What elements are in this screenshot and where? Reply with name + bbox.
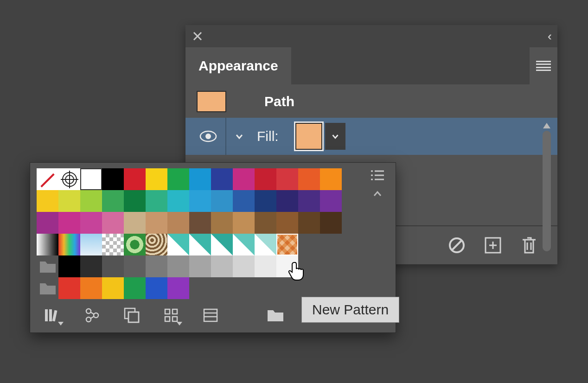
swatch-gradient-bw[interactable]: [37, 234, 58, 255]
scroll-thumb[interactable]: [543, 131, 551, 251]
swatch-b-blue[interactable]: [146, 277, 167, 299]
no-icon[interactable]: [447, 236, 467, 255]
swatch-green-dark[interactable]: [124, 190, 146, 212]
visibility-toggle-icon[interactable]: [196, 124, 221, 149]
swatch-indigo[interactable]: [276, 190, 298, 212]
svg-point-10: [86, 317, 91, 322]
swatch-none[interactable]: [37, 168, 58, 190]
fill-swatch-control[interactable]: [295, 123, 345, 150]
swatch-teal[interactable]: [146, 190, 167, 212]
swatch-cmyk-cyan[interactable]: [189, 168, 211, 190]
swatch-yellow-2[interactable]: [37, 190, 58, 212]
swatch-brown-1[interactable]: [189, 212, 211, 234]
swatch-pink[interactable]: [58, 212, 80, 234]
swatch-gray-60[interactable]: [146, 255, 167, 277]
swatch-cmyk-magenta[interactable]: [233, 168, 255, 190]
swatch-gray-20[interactable]: [233, 255, 255, 277]
disclosure-icon[interactable]: [231, 128, 248, 145]
swatch-gradient-rainbow[interactable]: [58, 234, 80, 255]
swatch-brown-2[interactable]: [211, 212, 233, 234]
swatch-pink-2[interactable]: [102, 212, 124, 234]
swatch-magenta-2[interactable]: [37, 212, 58, 234]
scroll-up-icon[interactable]: [542, 121, 552, 131]
swatch-b-green[interactable]: [124, 277, 146, 299]
swatch-row: [37, 255, 366, 277]
swatch-gray-30[interactable]: [211, 255, 233, 277]
swatch-sky[interactable]: [189, 190, 211, 212]
swatch-gray-5[interactable]: [276, 255, 298, 277]
panel-scrollbar[interactable]: [542, 121, 552, 264]
fill-swatch[interactable]: [295, 123, 322, 150]
swatch-green-2[interactable]: [102, 190, 124, 212]
fill-dropdown-button[interactable]: [325, 123, 345, 150]
swatch-tri-3[interactable]: [211, 234, 233, 255]
panel-menu-button[interactable]: [530, 47, 557, 84]
swatch-brown-5[interactable]: [276, 212, 298, 234]
swatch-cmyk-red[interactable]: [124, 168, 146, 190]
swatch-sky-2[interactable]: [211, 190, 233, 212]
swatch-magenta-light[interactable]: [80, 212, 102, 234]
swatch-red-3[interactable]: [276, 168, 298, 190]
swatch-group-icon[interactable]: [124, 306, 140, 325]
swatch-brown-7[interactable]: [320, 212, 342, 234]
swatch-b-purple[interactable]: [167, 277, 189, 299]
swatch-tri-5[interactable]: [255, 234, 276, 255]
swatch-tri-2[interactable]: [189, 234, 211, 255]
object-thumbnail[interactable]: [197, 91, 226, 112]
swatch-purple[interactable]: [320, 190, 342, 212]
swatch-new-pattern[interactable]: [276, 234, 298, 255]
collapse-panel-icon[interactable]: ‹‹: [548, 29, 554, 44]
swatch-cmyk-yellow[interactable]: [146, 168, 167, 190]
swatch-white[interactable]: [80, 168, 102, 190]
swatch-gray-50[interactable]: [167, 255, 189, 277]
swatch-lime[interactable]: [80, 190, 102, 212]
svg-rect-18: [173, 317, 177, 321]
new-folder-icon[interactable]: [267, 306, 284, 325]
swatch-folder-icon[interactable]: [37, 255, 58, 277]
trash-icon[interactable]: [519, 236, 539, 255]
swatch-view-icon[interactable]: [164, 306, 179, 325]
swatch-orange-1[interactable]: [298, 168, 320, 190]
swatch-gray-90[interactable]: [80, 255, 102, 277]
swatch-brown-3[interactable]: [233, 212, 255, 234]
swatch-gradient-sky[interactable]: [80, 234, 102, 255]
swatch-tri-1[interactable]: [167, 234, 189, 255]
add-icon[interactable]: [483, 236, 503, 255]
swatch-tan-3[interactable]: [167, 212, 189, 234]
swatch-yellowgreen[interactable]: [58, 190, 80, 212]
swatch-b-yellow[interactable]: [102, 277, 124, 299]
close-icon[interactable]: [189, 28, 206, 45]
swatch-registration[interactable]: [58, 168, 80, 190]
swatch-tan[interactable]: [124, 212, 146, 234]
swatch-red-2[interactable]: [255, 168, 276, 190]
swatch-libraries-icon[interactable]: [44, 306, 60, 325]
swatch-blue-2[interactable]: [233, 190, 255, 212]
scroll-up-icon[interactable]: [371, 189, 384, 199]
swatch-gray-70[interactable]: [124, 255, 146, 277]
swatch-pattern-floral[interactable]: [124, 234, 146, 255]
tab-appearance[interactable]: Appearance: [185, 47, 291, 84]
swatch-brown-4[interactable]: [255, 212, 276, 234]
swatch-teal-2[interactable]: [167, 190, 189, 212]
swatch-tri-4[interactable]: [233, 234, 255, 255]
swatch-cmyk-blue[interactable]: [211, 168, 233, 190]
swatch-orange-2[interactable]: [320, 168, 342, 190]
swatch-transparent[interactable]: [102, 234, 124, 255]
swatch-black[interactable]: [102, 168, 124, 190]
swatch-tan-2[interactable]: [146, 212, 167, 234]
swatch-folder-icon[interactable]: [37, 277, 58, 299]
swatch-b-orange[interactable]: [80, 277, 102, 299]
swatch-brown-6[interactable]: [298, 212, 320, 234]
swatch-link-icon[interactable]: [84, 306, 100, 325]
swatch-violet[interactable]: [298, 190, 320, 212]
fill-row[interactable]: Fill:: [185, 118, 557, 155]
swatch-cmyk-green[interactable]: [167, 168, 189, 190]
swatch-gray-40[interactable]: [189, 255, 211, 277]
swatch-pattern-swirl[interactable]: [146, 234, 167, 255]
swatch-black-2[interactable]: [58, 255, 80, 277]
swatch-blue-dark[interactable]: [255, 190, 276, 212]
list-view-icon[interactable]: [370, 169, 385, 183]
swatch-gray-10[interactable]: [255, 255, 276, 277]
swatch-options-icon[interactable]: [203, 306, 218, 325]
swatch-b-red[interactable]: [58, 277, 80, 299]
